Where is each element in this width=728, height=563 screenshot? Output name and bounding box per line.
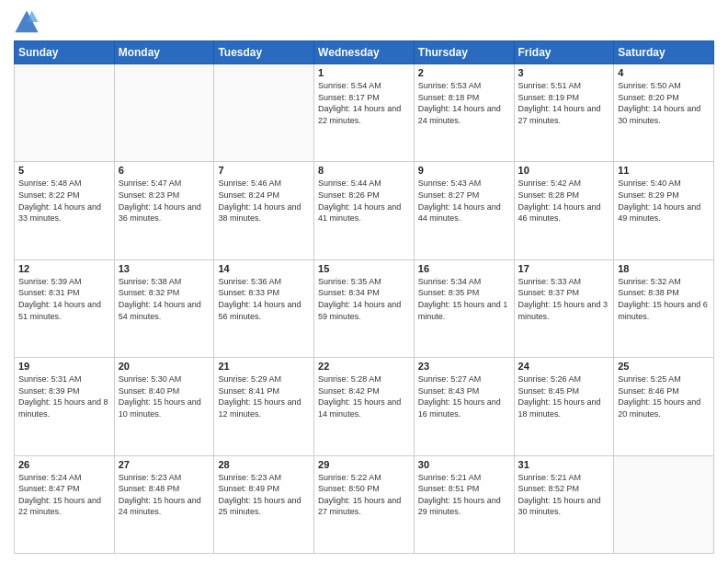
day-info: Sunrise: 5:48 AMSunset: 8:22 PMDaylight:… <box>18 178 110 224</box>
day-info: Sunrise: 5:30 AMSunset: 8:40 PMDaylight:… <box>119 373 210 419</box>
day-info: Sunrise: 5:54 AMSunset: 8:17 PMDaylight:… <box>318 80 410 126</box>
day-info: Sunrise: 5:51 AMSunset: 8:19 PMDaylight:… <box>518 80 610 126</box>
day-number: 2 <box>418 67 510 78</box>
day-number: 11 <box>618 165 710 176</box>
day-number: 13 <box>119 263 210 274</box>
day-number: 22 <box>318 361 410 372</box>
day-info: Sunrise: 5:43 AMSunset: 8:27 PMDaylight:… <box>418 178 510 224</box>
day-info: Sunrise: 5:50 AMSunset: 8:20 PMDaylight:… <box>618 80 710 126</box>
week-row-1: 1Sunrise: 5:54 AMSunset: 8:17 PMDaylight… <box>15 64 714 162</box>
day-number: 28 <box>218 459 310 470</box>
page: SundayMondayTuesdayWednesdayThursdayFrid… <box>0 0 728 563</box>
calendar-cell: 30Sunrise: 5:21 AMSunset: 8:51 PMDayligh… <box>414 455 514 553</box>
calendar-table: SundayMondayTuesdayWednesdayThursdayFrid… <box>14 40 714 554</box>
day-number: 9 <box>418 165 510 176</box>
day-number: 1 <box>318 67 410 78</box>
calendar-cell: 3Sunrise: 5:51 AMSunset: 8:19 PMDaylight… <box>514 64 614 162</box>
calendar-cell: 4Sunrise: 5:50 AMSunset: 8:20 PMDaylight… <box>614 64 714 162</box>
day-info: Sunrise: 5:44 AMSunset: 8:26 PMDaylight:… <box>318 178 410 224</box>
day-info: Sunrise: 5:26 AMSunset: 8:45 PMDaylight:… <box>518 373 610 419</box>
col-header-friday: Friday <box>514 41 614 64</box>
week-row-3: 12Sunrise: 5:39 AMSunset: 8:31 PMDayligh… <box>15 259 714 357</box>
day-number: 14 <box>218 263 310 274</box>
calendar-cell: 31Sunrise: 5:21 AMSunset: 8:52 PMDayligh… <box>514 455 614 553</box>
day-info: Sunrise: 5:21 AMSunset: 8:51 PMDaylight:… <box>418 472 510 518</box>
calendar-cell: 13Sunrise: 5:38 AMSunset: 8:32 PMDayligh… <box>114 259 214 357</box>
day-info: Sunrise: 5:42 AMSunset: 8:28 PMDaylight:… <box>518 178 610 224</box>
day-info: Sunrise: 5:21 AMSunset: 8:52 PMDaylight:… <box>518 472 610 518</box>
day-info: Sunrise: 5:38 AMSunset: 8:32 PMDaylight:… <box>119 276 210 322</box>
day-info: Sunrise: 5:53 AMSunset: 8:18 PMDaylight:… <box>418 80 510 126</box>
day-info: Sunrise: 5:25 AMSunset: 8:46 PMDaylight:… <box>618 373 710 419</box>
day-info: Sunrise: 5:32 AMSunset: 8:38 PMDaylight:… <box>618 276 710 322</box>
col-header-saturday: Saturday <box>614 41 714 64</box>
day-number: 18 <box>618 263 710 274</box>
calendar-cell: 16Sunrise: 5:34 AMSunset: 8:35 PMDayligh… <box>414 259 514 357</box>
calendar-cell: 27Sunrise: 5:23 AMSunset: 8:48 PMDayligh… <box>114 455 214 553</box>
week-row-5: 26Sunrise: 5:24 AMSunset: 8:47 PMDayligh… <box>15 455 714 553</box>
day-info: Sunrise: 5:39 AMSunset: 8:31 PMDaylight:… <box>18 276 110 322</box>
day-number: 17 <box>518 263 610 274</box>
day-number: 4 <box>618 67 710 78</box>
calendar-cell: 29Sunrise: 5:22 AMSunset: 8:50 PMDayligh… <box>314 455 415 553</box>
day-info: Sunrise: 5:34 AMSunset: 8:35 PMDaylight:… <box>418 276 510 322</box>
calendar-cell: 1Sunrise: 5:54 AMSunset: 8:17 PMDaylight… <box>314 64 415 162</box>
calendar-cell: 20Sunrise: 5:30 AMSunset: 8:40 PMDayligh… <box>114 358 214 455</box>
day-number: 23 <box>418 361 510 372</box>
calendar-cell: 26Sunrise: 5:24 AMSunset: 8:47 PMDayligh… <box>15 455 115 553</box>
logo <box>14 9 43 35</box>
day-number: 6 <box>119 165 210 176</box>
day-info: Sunrise: 5:23 AMSunset: 8:48 PMDaylight:… <box>119 472 210 518</box>
week-row-2: 5Sunrise: 5:48 AMSunset: 8:22 PMDaylight… <box>15 162 714 259</box>
day-number: 8 <box>318 165 410 176</box>
calendar-cell: 23Sunrise: 5:27 AMSunset: 8:43 PMDayligh… <box>414 358 514 455</box>
calendar-cell: 12Sunrise: 5:39 AMSunset: 8:31 PMDayligh… <box>15 259 115 357</box>
day-number: 16 <box>418 263 510 274</box>
header <box>14 9 714 35</box>
calendar-cell <box>214 64 314 162</box>
col-header-sunday: Sunday <box>15 41 115 64</box>
day-info: Sunrise: 5:40 AMSunset: 8:29 PMDaylight:… <box>618 178 710 224</box>
day-number: 21 <box>218 361 310 372</box>
day-number: 19 <box>18 361 110 372</box>
calendar-cell: 18Sunrise: 5:32 AMSunset: 8:38 PMDayligh… <box>614 259 714 357</box>
day-number: 12 <box>18 263 110 274</box>
col-header-thursday: Thursday <box>414 41 514 64</box>
col-header-tuesday: Tuesday <box>214 41 314 64</box>
calendar-cell: 8Sunrise: 5:44 AMSunset: 8:26 PMDaylight… <box>314 162 415 259</box>
calendar-cell: 14Sunrise: 5:36 AMSunset: 8:33 PMDayligh… <box>214 259 314 357</box>
day-info: Sunrise: 5:36 AMSunset: 8:33 PMDaylight:… <box>218 276 310 322</box>
day-info: Sunrise: 5:46 AMSunset: 8:24 PMDaylight:… <box>218 178 310 224</box>
day-info: Sunrise: 5:22 AMSunset: 8:50 PMDaylight:… <box>318 472 410 518</box>
calendar-cell <box>114 64 214 162</box>
day-info: Sunrise: 5:24 AMSunset: 8:47 PMDaylight:… <box>18 472 110 518</box>
calendar-cell: 17Sunrise: 5:33 AMSunset: 8:37 PMDayligh… <box>514 259 614 357</box>
day-number: 26 <box>18 459 110 470</box>
calendar-cell: 2Sunrise: 5:53 AMSunset: 8:18 PMDaylight… <box>414 64 514 162</box>
col-header-monday: Monday <box>114 41 214 64</box>
logo-icon <box>14 9 40 35</box>
day-info: Sunrise: 5:29 AMSunset: 8:41 PMDaylight:… <box>218 373 310 419</box>
day-number: 31 <box>518 459 610 470</box>
day-number: 7 <box>218 165 310 176</box>
day-number: 25 <box>618 361 710 372</box>
calendar-cell: 28Sunrise: 5:23 AMSunset: 8:49 PMDayligh… <box>214 455 314 553</box>
day-info: Sunrise: 5:47 AMSunset: 8:23 PMDaylight:… <box>119 178 210 224</box>
day-number: 15 <box>318 263 410 274</box>
day-number: 10 <box>518 165 610 176</box>
day-info: Sunrise: 5:27 AMSunset: 8:43 PMDaylight:… <box>418 373 510 419</box>
day-number: 5 <box>18 165 110 176</box>
day-number: 27 <box>119 459 210 470</box>
day-number: 20 <box>119 361 210 372</box>
calendar-cell: 22Sunrise: 5:28 AMSunset: 8:42 PMDayligh… <box>314 358 415 455</box>
calendar-cell <box>15 64 115 162</box>
calendar-cell: 5Sunrise: 5:48 AMSunset: 8:22 PMDaylight… <box>15 162 115 259</box>
calendar-cell: 9Sunrise: 5:43 AMSunset: 8:27 PMDaylight… <box>414 162 514 259</box>
calendar-cell: 19Sunrise: 5:31 AMSunset: 8:39 PMDayligh… <box>15 358 115 455</box>
day-info: Sunrise: 5:28 AMSunset: 8:42 PMDaylight:… <box>318 373 410 419</box>
calendar-cell: 15Sunrise: 5:35 AMSunset: 8:34 PMDayligh… <box>314 259 415 357</box>
calendar-cell: 11Sunrise: 5:40 AMSunset: 8:29 PMDayligh… <box>614 162 714 259</box>
week-row-4: 19Sunrise: 5:31 AMSunset: 8:39 PMDayligh… <box>15 358 714 455</box>
calendar-cell <box>614 455 714 553</box>
day-info: Sunrise: 5:33 AMSunset: 8:37 PMDaylight:… <box>518 276 610 322</box>
